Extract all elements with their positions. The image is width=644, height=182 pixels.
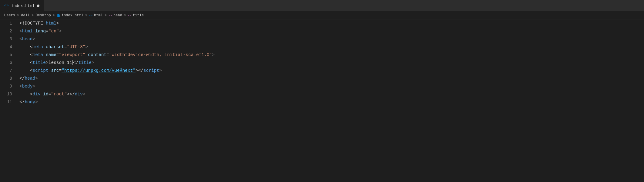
syntax-token: div	[75, 92, 83, 97]
syntax-token: content	[88, 52, 106, 57]
breadcrumb: Users > dell > Desktop > index.html > <>…	[0, 12, 644, 19]
syntax-token: >	[35, 76, 38, 81]
syntax-token: ></	[136, 68, 143, 73]
syntax-token: name	[46, 52, 56, 57]
file-tab-icon: <>	[4, 4, 8, 8]
breadcrumb-sep-5: >	[105, 13, 107, 18]
line-number: 4	[0, 43, 18, 51]
syntax-token: script	[143, 68, 159, 73]
head-tag-icon: <>	[109, 14, 112, 17]
line-content: <script src="https://unpkg.com/vue@next"…	[18, 67, 644, 74]
syntax-token: html	[46, 21, 56, 26]
code-line: 1<!DOCTYPE html>	[0, 19, 644, 27]
line-number: 8	[0, 74, 18, 82]
svg-text:<>: <>	[128, 14, 131, 17]
syntax-token: div	[33, 92, 41, 97]
line-number: 9	[0, 82, 18, 90]
breadcrumb-users: Users	[4, 13, 15, 18]
syntax-token: "en"	[49, 29, 59, 34]
syntax-token: >	[86, 45, 88, 49]
syntax-token: </	[19, 76, 25, 81]
syntax-token: >	[212, 52, 215, 57]
breadcrumb-sep-2: >	[32, 13, 34, 18]
line-content: <html lang="en">	[18, 27, 644, 35]
syntax-token: <	[19, 29, 22, 34]
syntax-token: body	[22, 84, 33, 89]
line-number: 5	[0, 51, 18, 59]
line-number: 3	[0, 35, 18, 43]
syntax-token: ></	[67, 92, 75, 97]
breadcrumb-desktop: Desktop	[35, 13, 51, 18]
svg-text:<>: <>	[89, 14, 92, 17]
line-number: 6	[0, 59, 18, 67]
syntax-token: "width=device-width, initial-scale=1.0"	[109, 52, 212, 57]
code-line: 9<body>	[0, 82, 644, 90]
line-number: 1	[0, 19, 18, 27]
syntax-token: <	[19, 52, 33, 57]
line-content: </body>	[18, 98, 644, 106]
breadcrumb-sep-4: >	[85, 13, 87, 18]
code-line: 2<html lang="en">	[0, 27, 644, 35]
code-line: 11</body>	[0, 98, 644, 106]
code-editor[interactable]: 1<!DOCTYPE html>2<html lang="en">3<head>…	[0, 19, 644, 106]
syntax-token: body	[25, 100, 35, 104]
syntax-token: <	[19, 68, 33, 73]
syntax-token: lang	[35, 29, 46, 34]
code-line: 7 <script src="https://unpkg.com/vue@nex…	[0, 67, 644, 74]
svg-text:<>: <>	[109, 14, 112, 17]
breadcrumb-users-label: Users	[4, 13, 15, 18]
syntax-token: >	[83, 92, 86, 97]
line-content: <title>lesson 11</title>	[18, 59, 644, 67]
code-line: 6 <title>lesson 11</title>	[0, 59, 644, 67]
tab-bar: <> index.html	[0, 0, 644, 12]
line-content: <meta charset="UTF-8">	[18, 43, 644, 51]
syntax-token: >	[59, 29, 62, 34]
syntax-token: head	[22, 37, 33, 41]
unsaved-indicator	[37, 5, 39, 7]
syntax-token: <	[19, 84, 22, 89]
syntax-token: <	[19, 37, 22, 41]
syntax-token: <	[19, 45, 33, 49]
line-number: 7	[0, 67, 18, 74]
breadcrumb-dell-label: dell	[21, 13, 30, 18]
syntax-token: src	[51, 68, 59, 73]
breadcrumb-desktop-label: Desktop	[35, 13, 51, 18]
line-number: 11	[0, 98, 18, 106]
line-content: <meta name="viewport" content="width=dev…	[18, 51, 644, 59]
syntax-token: >	[33, 84, 35, 89]
file-breadcrumb-icon	[57, 14, 60, 17]
syntax-token: title	[33, 60, 46, 65]
line-content: <head>	[18, 35, 644, 43]
line-number: 2	[0, 27, 18, 35]
syntax-token: >	[35, 100, 38, 104]
syntax-token: head	[25, 76, 35, 81]
html-tag-icon: <>	[89, 14, 93, 17]
syntax-token: meta	[33, 45, 43, 49]
syntax-token: =	[56, 52, 59, 57]
syntax-token: >	[56, 21, 59, 26]
syntax-token: script	[33, 68, 49, 73]
breadcrumb-dell: dell	[21, 13, 30, 18]
syntax-token: =	[106, 52, 109, 57]
syntax-token: </	[73, 60, 78, 65]
syntax-token: =	[64, 45, 67, 49]
code-line: 4 <meta charset="UTF-8">	[0, 43, 644, 51]
syntax-token	[43, 52, 46, 57]
code-line: 10 <div id="root"></div>	[0, 90, 644, 98]
syntax-token: meta	[33, 52, 43, 57]
code-line: 5 <meta name="viewport" content="width=d…	[0, 51, 644, 59]
syntax-token: <!DOCTYPE	[19, 21, 46, 26]
syntax-token	[86, 52, 88, 57]
syntax-token: =	[59, 68, 62, 73]
code-line: 3<head>	[0, 35, 644, 43]
syntax-token: html	[22, 29, 33, 34]
breadcrumb-sep-1: >	[17, 13, 19, 18]
syntax-token	[43, 45, 46, 49]
syntax-token: >	[159, 68, 162, 73]
breadcrumb-html-tag: <> html	[89, 13, 103, 18]
syntax-token: id	[43, 92, 48, 97]
file-tab[interactable]: <> index.html	[0, 0, 44, 12]
breadcrumb-title-tag: <> title	[128, 13, 144, 18]
syntax-token: "root"	[51, 92, 67, 97]
syntax-token: >	[33, 37, 35, 41]
